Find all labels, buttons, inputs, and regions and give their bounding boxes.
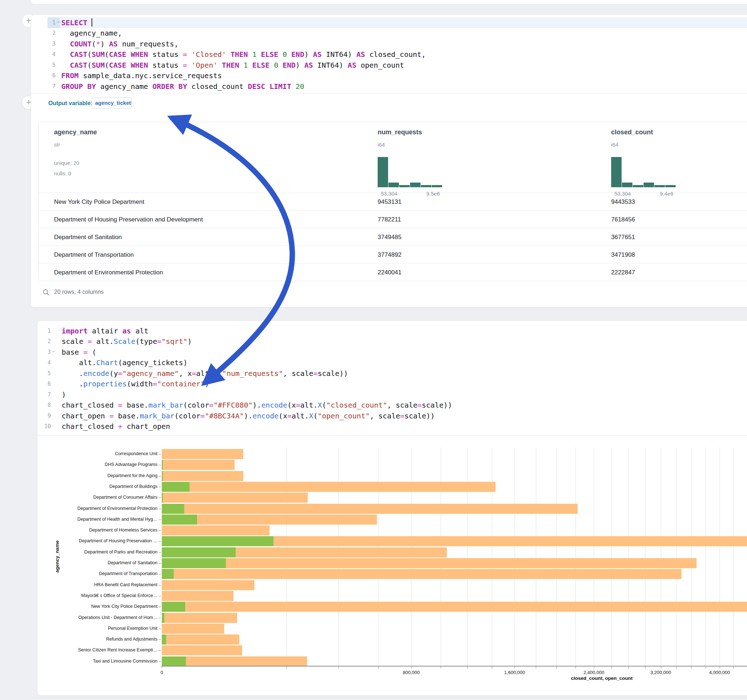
column-name[interactable]: num_requests <box>378 128 422 136</box>
cell-closed-count: 3677651 <box>611 228 635 246</box>
line-number: 5 <box>38 368 51 379</box>
cell-num-requests: 3774892 <box>378 246 401 264</box>
code-line[interactable]: 9chart_open = base.mark_bar(color="#8BC3… <box>38 410 747 421</box>
cell-num-requests: 3749485 <box>378 228 401 246</box>
cell-closed-count: 2222847 <box>611 264 635 281</box>
cell-divider <box>38 435 747 436</box>
line-number: 4 <box>38 358 51 368</box>
code-line[interactable]: 5 .encode(y="agency_name", x=alt.X("num_… <box>38 368 747 379</box>
cell-agency-name: Department of Sanitation <box>54 228 122 246</box>
histogram-bar[interactable] <box>644 183 654 187</box>
next-cell-edge <box>31 698 747 700</box>
line-number: 1 <box>38 326 51 336</box>
code-line[interactable]: 4 alt.Chart(agency_tickets) <box>38 358 747 368</box>
histogram-bar[interactable] <box>622 183 632 187</box>
row-count-text: 20 rows, 4 columns <box>54 289 104 295</box>
cell-num-requests: 9453131 <box>378 193 401 211</box>
text-caret <box>92 18 92 27</box>
table-row[interactable]: Department of Environmental Protection22… <box>39 263 747 281</box>
cell-agency-name: Department of Transportation <box>54 246 134 264</box>
histogram-bar[interactable] <box>633 185 643 187</box>
code-line[interactable]: 3 COUNT(*) AS num_requests, <box>31 39 747 49</box>
histogram-bar[interactable] <box>410 183 420 187</box>
code-line[interactable]: 8chart_closed = base.mark_bar(color="#FF… <box>38 400 747 411</box>
line-number: 3 <box>31 39 56 49</box>
table-row[interactable]: Department of Transportation377489234719… <box>39 246 747 264</box>
cell-agency-name: Department of Housing Preservation and D… <box>54 211 203 228</box>
output-variable-row: Output variable: agency_tickets <box>31 94 747 115</box>
histogram-bar[interactable] <box>399 185 410 187</box>
line-number: 1 <box>31 17 56 28</box>
result-table: agency_namestrunique: 20nulls: 0num_requ… <box>38 122 747 281</box>
fold-chevron-icon[interactable]: ⌄ <box>57 18 60 23</box>
line-number: 5 <box>31 60 56 71</box>
search-icon[interactable] <box>42 289 50 296</box>
code-line[interactable]: 4 CAST(SUM(CASE WHEN status = 'Closed' T… <box>31 49 747 60</box>
cell-closed-count: 9443533 <box>611 193 635 211</box>
table-body: New York City Police Department945313194… <box>39 193 747 281</box>
code-line[interactable]: 6 .properties(width="container") <box>38 379 747 389</box>
cell-agency-name: New York City Police Department <box>54 193 144 211</box>
code-line[interactable]: 1import altair as alt <box>38 326 747 336</box>
line-number: 9 <box>38 410 51 421</box>
histogram-bar[interactable] <box>378 157 388 187</box>
column-type: str <box>54 142 60 148</box>
line-number: 4 <box>31 49 56 60</box>
table-row[interactable]: Department of Housing Preservation and D… <box>39 210 747 228</box>
column-type: i64 <box>611 142 618 148</box>
notebook-page: + + 1⌄SELECT 2 agency_name,3 COUNT(*) AS… <box>0 0 747 700</box>
line-number: 3 <box>38 347 51 358</box>
line-number: 2 <box>38 336 51 347</box>
cell-agency-name: Department of Environmental Protection <box>54 264 163 281</box>
column-name[interactable]: closed_count <box>611 128 653 136</box>
python-editor[interactable]: 1import altair as alt2scale = alt.Scale(… <box>38 326 747 432</box>
python-cell: 1import altair as alt2scale = alt.Scale(… <box>37 320 747 695</box>
sql-editor[interactable]: 1⌄SELECT 2 agency_name,3 COUNT(*) AS num… <box>31 17 747 92</box>
line-number: 8 <box>38 400 51 411</box>
code-line[interactable]: 3⌄base = ( <box>38 347 747 358</box>
code-line[interactable]: 7GROUP BY agency_name ORDER BY closed_co… <box>31 81 747 92</box>
code-line[interactable]: 1⌄SELECT <box>31 17 747 28</box>
previous-cell-edge <box>31 0 747 5</box>
line-number: 7 <box>31 81 56 92</box>
histogram-bar[interactable] <box>655 185 665 187</box>
histogram-bar[interactable] <box>421 185 431 187</box>
cell-closed-count: 7618456 <box>611 211 635 228</box>
cell-num-requests: 2240041 <box>378 264 401 281</box>
table-row[interactable]: Department of Sanitation37494853677651 <box>39 228 747 246</box>
line-number: 10 <box>38 421 51 432</box>
cell-num-requests: 7782211 <box>378 211 401 228</box>
code-line[interactable]: 2 agency_name, <box>31 28 747 39</box>
histogram-bar[interactable] <box>432 185 442 187</box>
code-line[interactable]: 6FROM sample_data.nyc.service_requests <box>31 71 747 81</box>
output-variable-label: Output variable: <box>48 100 92 107</box>
line-number: 2 <box>31 28 56 39</box>
table-header: agency_namestrunique: 20nulls: 0num_requ… <box>39 122 747 193</box>
column-type: i64 <box>378 142 385 148</box>
line-number: 7 <box>38 389 51 400</box>
cell-closed-count: 3471908 <box>611 246 635 264</box>
histogram-bar[interactable] <box>389 183 399 187</box>
table-row[interactable]: New York City Police Department945313194… <box>39 193 747 211</box>
line-number: 6 <box>31 71 56 81</box>
column-stats: unique: 20 <box>54 160 79 166</box>
line-number: 6 <box>38 379 51 389</box>
code-line[interactable]: 7) <box>38 389 747 400</box>
fold-chevron-icon[interactable]: ⌄ <box>52 347 55 353</box>
column-stats: nulls: 0 <box>54 170 71 177</box>
sql-cell: 1⌄SELECT 2 agency_name,3 COUNT(*) AS num… <box>31 14 747 308</box>
code-line[interactable]: 2scale = alt.Scale(type="sqrt") <box>38 336 747 347</box>
column-name[interactable]: agency_name <box>54 128 97 136</box>
code-line[interactable]: 10chart_closed + chart_open <box>38 421 747 432</box>
code-line[interactable]: 5 CAST(SUM(CASE WHEN status = 'Open' THE… <box>31 60 747 71</box>
histogram-bar[interactable] <box>611 157 621 187</box>
histogram-bar[interactable] <box>665 185 676 187</box>
output-variable-pill[interactable]: agency_tickets <box>92 97 132 109</box>
